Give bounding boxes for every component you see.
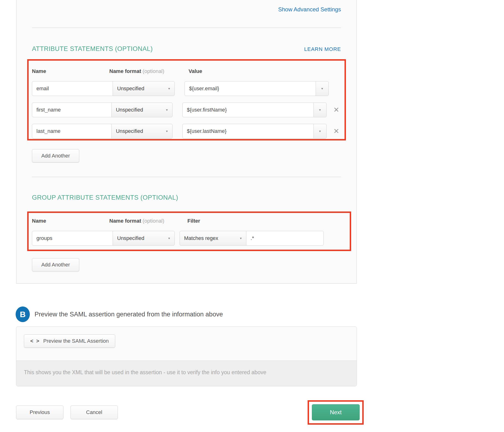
preview-assertion-panel: < > Preview the SAML Assertion This show… <box>16 326 357 386</box>
cancel-button[interactable]: Cancel <box>71 405 118 419</box>
value-select-button[interactable]: ▼ <box>314 103 326 117</box>
value-select-button[interactable]: ▼ <box>316 81 329 96</box>
name-format-label: Name format <box>109 218 141 224</box>
attribute-value-input[interactable] <box>182 124 314 139</box>
selected-option: Matches regex <box>184 235 218 241</box>
attribute-row-email: Unspecified ▼ ▼ <box>32 81 341 96</box>
preview-panel-note: This shows you the XML that will be used… <box>16 360 357 386</box>
selected-option: Unspecified <box>116 107 143 113</box>
name-format-column-header: Name format (optional) <box>109 68 185 74</box>
learn-more-link[interactable]: LEARN MORE <box>304 46 341 52</box>
code-icon: < > <box>30 338 40 344</box>
preview-saml-assertion-button[interactable]: < > Preview the SAML Assertion <box>24 334 115 348</box>
preview-button-label: Preview the SAML Assertion <box>43 338 109 344</box>
attribute-name-input[interactable] <box>32 81 113 96</box>
next-button[interactable]: Next <box>312 404 360 420</box>
group-name-input[interactable] <box>32 231 113 246</box>
remove-row-icon[interactable]: ✕ <box>332 106 341 113</box>
name-column-header: Name <box>32 218 109 224</box>
filter-group: Matches regex ▼ <box>180 231 324 246</box>
advanced-settings-row: Show Advanced Settings <box>32 6 341 13</box>
name-format-select[interactable]: Unspecified ▼ <box>113 231 175 246</box>
caret-down-icon: ▼ <box>168 237 171 240</box>
optional-label: (optional) <box>143 68 164 74</box>
value-column-header: Value <box>185 68 202 74</box>
value-group: ▼ <box>182 124 326 139</box>
optional-label: (optional) <box>143 218 164 224</box>
caret-down-icon: ▼ <box>239 237 242 240</box>
caret-down-icon: ▼ <box>165 108 169 112</box>
filter-column-header: Filter <box>180 218 200 224</box>
attribute-table-headers: Name Name format (optional) Value <box>32 68 341 74</box>
group-table-headers: Name Name format (optional) Filter <box>32 218 341 224</box>
selected-option: Unspecified <box>116 128 143 134</box>
caret-down-icon: ▼ <box>168 87 171 90</box>
remove-row-icon[interactable]: ✕ <box>332 128 341 135</box>
add-another-group-attribute-button[interactable]: Add Another <box>32 258 79 272</box>
caret-down-icon: ▼ <box>165 130 169 133</box>
name-format-column-header: Name format (optional) <box>109 218 180 224</box>
group-attribute-statements-header-row: GROUP ATTRIBUTE STATEMENTS (OPTIONAL) <box>32 194 341 201</box>
show-advanced-settings-link[interactable]: Show Advanced Settings <box>278 6 341 13</box>
section-divider <box>32 28 341 28</box>
step-b-badge: B <box>16 307 30 322</box>
saml-settings-card: Show Advanced Settings ATTRIBUTE STATEME… <box>16 0 357 284</box>
name-format-label: Name format <box>109 68 141 74</box>
preview-panel-top: < > Preview the SAML Assertion <box>16 327 357 360</box>
attribute-statements-title: ATTRIBUTE STATEMENTS (OPTIONAL) <box>32 45 153 53</box>
attribute-row-last-name: Unspecified ▼ ▼ ✕ <box>32 124 341 139</box>
value-group: ▼ <box>185 81 329 96</box>
group-attribute-statements-title: GROUP ATTRIBUTE STATEMENTS (OPTIONAL) <box>32 194 178 201</box>
value-group: ▼ <box>182 103 326 117</box>
attribute-name-input[interactable] <box>32 103 112 117</box>
group-attribute-row-groups: Unspecified ▼ Matches regex ▼ <box>32 231 341 246</box>
section-divider <box>32 177 341 177</box>
previous-button[interactable]: Previous <box>16 405 63 419</box>
name-format-select[interactable]: Unspecified ▼ <box>111 103 172 117</box>
name-format-select[interactable]: Unspecified ▼ <box>111 124 172 139</box>
add-another-attribute-button[interactable]: Add Another <box>32 149 79 162</box>
caret-down-icon: ▼ <box>321 87 324 90</box>
name-format-select[interactable]: Unspecified ▼ <box>113 81 175 96</box>
attribute-row-first-name: Unspecified ▼ ▼ ✕ <box>32 103 341 117</box>
value-select-button[interactable]: ▼ <box>314 124 326 139</box>
filter-type-select[interactable]: Matches regex ▼ <box>180 231 246 246</box>
attribute-value-input[interactable] <box>182 103 314 117</box>
selected-option: Unspecified <box>117 85 144 92</box>
attribute-statements-header-row: ATTRIBUTE STATEMENTS (OPTIONAL) LEARN MO… <box>32 45 341 53</box>
caret-down-icon: ▼ <box>318 130 322 133</box>
caret-down-icon: ▼ <box>318 108 322 112</box>
filter-value-input[interactable] <box>246 231 324 246</box>
selected-option: Unspecified <box>117 235 144 241</box>
step-b-title: Preview the SAML assertion generated fro… <box>35 311 223 318</box>
attribute-name-input[interactable] <box>32 124 112 139</box>
name-column-header: Name <box>32 68 109 74</box>
attribute-value-input[interactable] <box>185 81 316 96</box>
